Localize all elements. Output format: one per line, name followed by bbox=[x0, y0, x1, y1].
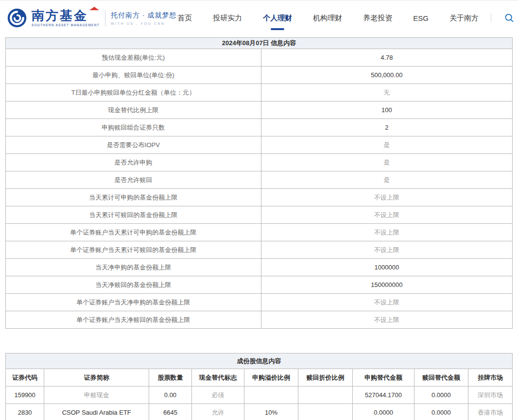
brand-logo[interactable]: 南方基金 SOUTHERN ASSET MANAGEMENT 托付南方 · 成就… bbox=[7, 8, 176, 28]
col-header-subscription-premium: 申购溢价比例 bbox=[244, 369, 298, 386]
info-row-label: 当天累计可申购的基金份额上限 bbox=[6, 189, 261, 206]
table-row: 当天累计可申购的基金份额上限不设上限 bbox=[6, 189, 513, 206]
table-row: 当天净赎回的基金份额上限150000000 bbox=[6, 276, 513, 294]
stock-cell: 0.0000 bbox=[414, 386, 468, 404]
table-row: 当天净申购的基金份额上限1000000 bbox=[6, 259, 513, 276]
brand-tagline-en: WITH US , YOU CAN bbox=[111, 22, 176, 25]
stock-cell bbox=[244, 386, 298, 404]
stock-cell: CSOP Saudi Arabia ETF bbox=[44, 404, 149, 420]
nav-divider bbox=[491, 14, 491, 22]
info-row-value: 不设上限 bbox=[261, 311, 512, 329]
info-table: 2024年08月07日 信息内容 预估现金差额(单位:元)4.78 最小申购、赎… bbox=[5, 37, 513, 329]
table-row: 单个证券账户当天净申购的基金份额上限不设上限 bbox=[6, 294, 513, 311]
info-table-title: 2024年08月07日 信息内容 bbox=[6, 38, 513, 49]
table-row: 当天累计可赎回的基金份额上限不设上限 bbox=[6, 206, 513, 224]
col-header-market: 挂牌市场 bbox=[468, 369, 513, 386]
stock-cell: 10% bbox=[244, 404, 298, 420]
table-row: 是否允许申购是 bbox=[6, 154, 513, 171]
stock-cell bbox=[298, 404, 353, 420]
nav-item-home[interactable]: 首页 bbox=[177, 14, 192, 23]
stock-cell: 6645 bbox=[149, 404, 192, 420]
nav-item-institutional[interactable]: 机构理财 bbox=[313, 14, 342, 23]
site-header: 南方基金 SOUTHERN ASSET MANAGEMENT 托付南方 · 成就… bbox=[0, 1, 518, 35]
col-header-cash-substitute-flag: 现金替代标志 bbox=[191, 369, 244, 386]
col-header-code: 证券代码 bbox=[6, 369, 44, 386]
stock-cell: 159900 bbox=[6, 386, 44, 404]
info-table-title-row: 2024年08月07日 信息内容 bbox=[6, 38, 513, 49]
brand-name-cn: 南方基金 bbox=[32, 9, 100, 22]
info-row-value: 150000000 bbox=[261, 276, 512, 294]
table-row: 最小申购、赎回单位(单位:份)500,000.00 bbox=[6, 67, 513, 84]
table-row: 申购赎回组合证券只数2 bbox=[6, 119, 513, 136]
info-row-value: 不设上限 bbox=[261, 224, 512, 241]
nav-item-research[interactable]: 投研实力 bbox=[213, 14, 242, 23]
table-row: 单个证券账户当天净赎回的基金份额上限不设上限 bbox=[6, 311, 513, 329]
brand-tagline-cn: 托付南方 · 成就梦想 bbox=[111, 11, 176, 20]
table-row: 是否允许赎回是 bbox=[6, 171, 513, 189]
stock-table-title-row: 成份股信息内容 bbox=[6, 353, 513, 369]
info-row-value: 是 bbox=[261, 136, 512, 154]
col-header-name: 证券简称 bbox=[44, 369, 149, 386]
stock-table-title: 成份股信息内容 bbox=[6, 353, 513, 369]
nav-item-pension[interactable]: 养老投资 bbox=[363, 14, 392, 23]
search-icon bbox=[504, 13, 514, 23]
stock-cell: 527044.1700 bbox=[353, 386, 414, 404]
info-row-label: 是否允许赎回 bbox=[6, 171, 261, 189]
info-row-value: 2 bbox=[261, 119, 512, 136]
table-row: 现金替代比例上限100 bbox=[6, 101, 513, 119]
info-row-label: 单个证券账户当天累计可申购的基金份额上限 bbox=[6, 224, 261, 241]
table-row: 单个证券账户当天累计可申购的基金份额上限不设上限 bbox=[6, 224, 513, 241]
stock-cell: 香港市场 bbox=[468, 404, 513, 420]
info-row-value: 不设上限 bbox=[261, 294, 512, 311]
info-row-label: 当天净赎回的基金份额上限 bbox=[6, 276, 261, 294]
brand-name-en: SOUTHERN ASSET MANAGEMENT bbox=[32, 23, 100, 27]
info-row-label: 是否允许申购 bbox=[6, 154, 261, 171]
info-row-label: 单个证券账户当天净赎回的基金份额上限 bbox=[6, 311, 261, 329]
nav-item-about[interactable]: 关于南方 bbox=[449, 14, 479, 23]
info-row-value: 是 bbox=[261, 154, 512, 171]
info-row-label: 单个证券账户当天净申购的基金份额上限 bbox=[6, 294, 261, 311]
logo-divider bbox=[105, 10, 105, 26]
col-header-subscription-amount: 申购替代金额 bbox=[353, 369, 414, 386]
col-header-redemption-discount: 赎回折价比例 bbox=[298, 369, 353, 386]
info-row-label: 单个证券账户当天累计可赎回的基金份额上限 bbox=[6, 241, 261, 259]
info-row-value: 500,000.00 bbox=[261, 67, 512, 84]
stock-cell: 2830 bbox=[6, 404, 44, 420]
logo-swirl-icon bbox=[7, 8, 27, 28]
nav-item-esg[interactable]: ESG bbox=[413, 14, 429, 22]
info-row-value: 无 bbox=[261, 84, 512, 101]
stock-table-header-row: 证券代码 证券简称 股票数量 现金替代标志 申购溢价比例 赎回折价比例 申购替代… bbox=[6, 369, 513, 386]
table-row: 159900 申赎现金 0.00 必须 527044.1700 0.0000 深… bbox=[6, 386, 513, 404]
col-header-redemption-amount: 赎回替代金额 bbox=[414, 369, 468, 386]
info-row-label: 是否需要公布IOPV bbox=[6, 136, 261, 154]
search-button[interactable] bbox=[504, 13, 514, 23]
info-row-label: 预估现金差额(单位:元) bbox=[6, 49, 261, 67]
info-row-label: 现金替代比例上限 bbox=[6, 101, 261, 119]
table-row: T日最小申购赎回单位分红金额（单位：元）无 bbox=[6, 84, 513, 101]
info-row-label: T日最小申购赎回单位分红金额（单位：元） bbox=[6, 84, 261, 101]
main-nav: 首页 投研实力 个人理财 机构理财 养老投资 ESG 关于南方 bbox=[177, 13, 515, 23]
table-row: 是否需要公布IOPV是 bbox=[6, 136, 513, 154]
logo-red-roof bbox=[89, 7, 99, 10]
info-row-value: 不设上限 bbox=[261, 206, 512, 224]
stock-cell: 必须 bbox=[191, 386, 244, 404]
info-row-label: 当天累计可赎回的基金份额上限 bbox=[6, 206, 261, 224]
table-gap bbox=[5, 329, 513, 353]
nav-item-personal-finance[interactable]: 个人理财 bbox=[263, 14, 292, 23]
info-row-label: 当天净申购的基金份额上限 bbox=[6, 259, 261, 276]
info-row-value: 100 bbox=[261, 101, 512, 119]
table-row: 单个证券账户当天累计可赎回的基金份额上限不设上限 bbox=[6, 241, 513, 259]
stock-cell: 允许 bbox=[191, 404, 244, 420]
stock-cell: 申赎现金 bbox=[44, 386, 149, 404]
table-row: 2830 CSOP Saudi Arabia ETF 6645 允许 10% 0… bbox=[6, 404, 513, 420]
col-header-shares: 股票数量 bbox=[149, 369, 192, 386]
info-row-value: 4.78 bbox=[261, 49, 512, 67]
info-row-value: 不设上限 bbox=[261, 241, 512, 259]
stock-cell: 0.0000 bbox=[414, 404, 468, 420]
info-row-value: 不设上限 bbox=[261, 189, 512, 206]
stock-cell: 0.00 bbox=[149, 386, 192, 404]
table-row: 预估现金差额(单位:元)4.78 bbox=[6, 49, 513, 67]
stock-cell bbox=[298, 386, 353, 404]
stock-table: 成份股信息内容 证券代码 证券简称 股票数量 现金替代标志 申购溢价比例 赎回折… bbox=[5, 353, 513, 420]
info-row-value: 是 bbox=[261, 171, 512, 189]
